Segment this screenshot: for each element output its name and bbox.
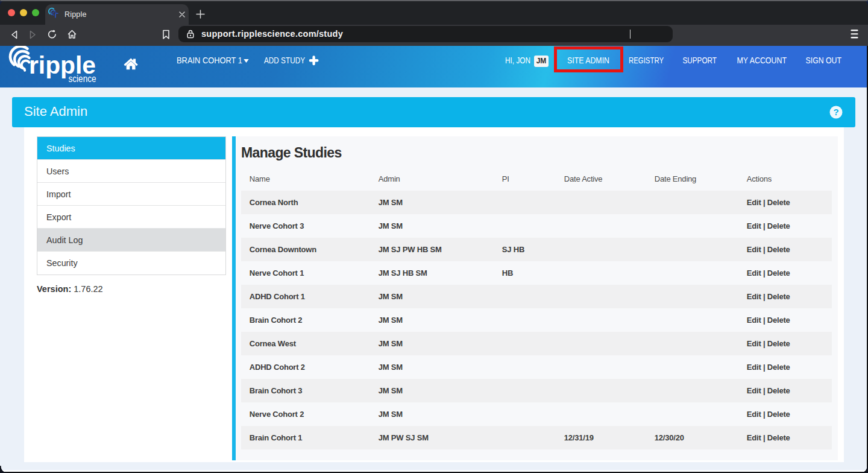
svg-text:SUPPORT: SUPPORT	[683, 56, 717, 65]
svg-text:REGISTRY: REGISTRY	[629, 56, 664, 65]
svg-text:science: science	[69, 72, 96, 84]
svg-text:HI, JON: HI, JON	[505, 56, 530, 65]
svg-text:BRAIN COHORT 1: BRAIN COHORT 1	[177, 56, 242, 65]
svg-text:MY ACCOUNT: MY ACCOUNT	[737, 56, 787, 65]
svg-text:SIGN OUT: SIGN OUT	[806, 56, 842, 65]
svg-text:ADD STUDY: ADD STUDY	[264, 56, 306, 65]
svg-text:?: ?	[833, 107, 838, 117]
